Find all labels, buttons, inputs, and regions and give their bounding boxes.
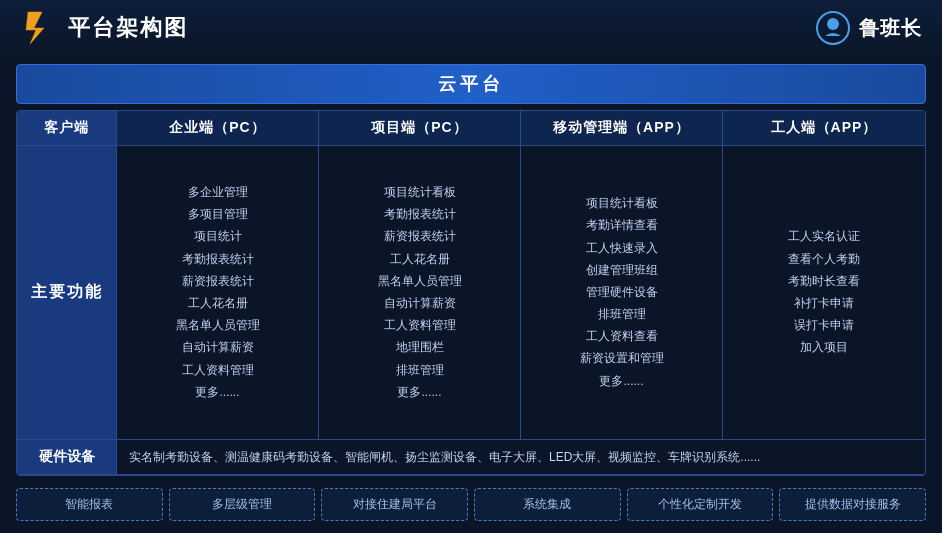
col-header-enterprise: 企业端（PC） <box>117 111 319 145</box>
feature-item: 工人花名册 <box>329 250 510 269</box>
tag-item: 提供数据对接服务 <box>779 488 926 521</box>
feature-item: 补打卡申请 <box>733 294 915 313</box>
feature-item: 地理围栏 <box>329 338 510 357</box>
svg-point-2 <box>827 18 839 30</box>
tag-item: 系统集成 <box>474 488 621 521</box>
feature-item: 排班管理 <box>329 361 510 380</box>
feature-item: 考勤报表统计 <box>127 250 308 269</box>
enterprise-features-col: 多企业管理多项目管理项目统计考勤报表统计薪资报表统计工人花名册黑名单人员管理自动… <box>117 146 319 439</box>
feature-item: 工人资料管理 <box>127 361 308 380</box>
page-title: 平台架构图 <box>68 13 188 43</box>
feature-item: 更多...... <box>531 372 712 391</box>
feature-item: 误打卡申请 <box>733 316 915 335</box>
feature-item: 自动计算薪资 <box>127 338 308 357</box>
col-header-project: 项目端（PC） <box>319 111 521 145</box>
feature-item: 更多...... <box>329 383 510 402</box>
cloud-banner: 云平台 <box>16 64 926 104</box>
tags-row: 智能报表多层级管理对接住建局平台系统集成个性化定制开发提供数据对接服务 <box>16 482 926 525</box>
logo-icon <box>20 10 56 46</box>
svg-marker-0 <box>26 12 44 44</box>
feature-item: 薪资设置和管理 <box>531 349 712 368</box>
main-features-row: 主要功能 多企业管理多项目管理项目统计考勤报表统计薪资报表统计工人花名册黑名单人… <box>17 146 925 440</box>
feature-item: 多企业管理 <box>127 183 308 202</box>
feature-item: 加入项目 <box>733 338 915 357</box>
feature-item: 管理硬件设备 <box>531 283 712 302</box>
main-content: 云平台 客户端 企业端（PC） 项目端（PC） 移动管理端（APP） 工人端（A… <box>0 56 942 533</box>
feature-item: 黑名单人员管理 <box>329 272 510 291</box>
feature-item: 工人实名认证 <box>733 227 915 246</box>
brand-name: 鲁班长 <box>859 15 922 42</box>
feature-item: 工人快速录入 <box>531 239 712 258</box>
feature-item: 自动计算薪资 <box>329 294 510 313</box>
col-header-mobile: 移动管理端（APP） <box>521 111 723 145</box>
feature-item: 多项目管理 <box>127 205 308 224</box>
feature-item: 更多...... <box>127 383 308 402</box>
header-left: 平台架构图 <box>20 10 188 46</box>
hardware-label: 硬件设备 <box>17 440 117 474</box>
hardware-row: 硬件设备 实名制考勤设备、测温健康码考勤设备、智能闸机、扬尘监测设备、电子大屏、… <box>17 440 925 475</box>
header: 平台架构图 鲁班长 <box>0 0 942 56</box>
feature-item: 工人花名册 <box>127 294 308 313</box>
project-features-col: 项目统计看板考勤报表统计薪资报表统计工人花名册黑名单人员管理自动计算薪资工人资料… <box>319 146 521 439</box>
hardware-content: 实名制考勤设备、测温健康码考勤设备、智能闸机、扬尘监测设备、电子大屏、LED大屏… <box>117 440 925 474</box>
col-header-client: 客户端 <box>17 111 117 145</box>
tag-item: 对接住建局平台 <box>321 488 468 521</box>
platform-table: 客户端 企业端（PC） 项目端（PC） 移动管理端（APP） 工人端（APP） … <box>16 110 926 476</box>
feature-item: 工人资料管理 <box>329 316 510 335</box>
tag-item: 个性化定制开发 <box>627 488 774 521</box>
col-header-worker: 工人端（APP） <box>723 111 925 145</box>
feature-item: 黑名单人员管理 <box>127 316 308 335</box>
feature-item: 排班管理 <box>531 305 712 324</box>
main-function-label: 主要功能 <box>17 146 117 439</box>
worker-features-col: 工人实名认证查看个人考勤考勤时长查看补打卡申请误打卡申请加入项目 <box>723 146 925 439</box>
tag-item: 智能报表 <box>16 488 163 521</box>
feature-item: 考勤报表统计 <box>329 205 510 224</box>
feature-item: 查看个人考勤 <box>733 250 915 269</box>
feature-item: 薪资报表统计 <box>127 272 308 291</box>
header-right: 鲁班长 <box>815 10 922 46</box>
feature-item: 项目统计看板 <box>329 183 510 202</box>
brand-icon <box>815 10 851 46</box>
feature-item: 项目统计看板 <box>531 194 712 213</box>
feature-item: 考勤详情查看 <box>531 216 712 235</box>
column-headers: 客户端 企业端（PC） 项目端（PC） 移动管理端（APP） 工人端（APP） <box>17 111 925 146</box>
feature-item: 考勤时长查看 <box>733 272 915 291</box>
feature-item: 工人资料查看 <box>531 327 712 346</box>
feature-item: 薪资报表统计 <box>329 227 510 246</box>
tag-item: 多层级管理 <box>169 488 316 521</box>
feature-item: 项目统计 <box>127 227 308 246</box>
feature-item: 创建管理班组 <box>531 261 712 280</box>
mobile-features-col: 项目统计看板考勤详情查看工人快速录入创建管理班组管理硬件设备排班管理工人资料查看… <box>521 146 723 439</box>
